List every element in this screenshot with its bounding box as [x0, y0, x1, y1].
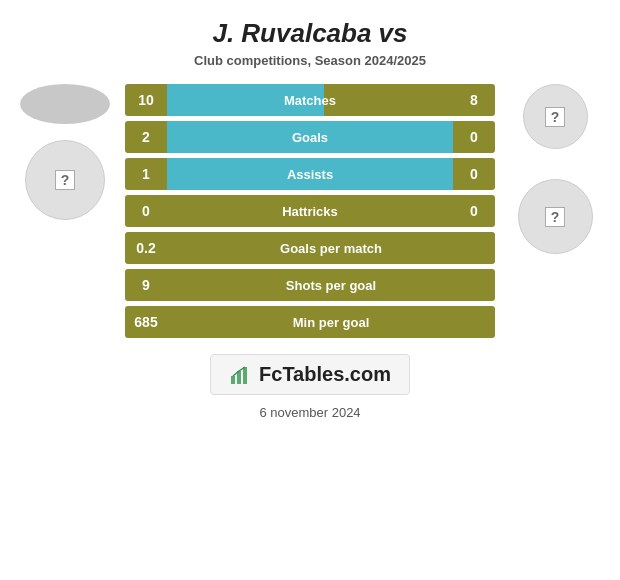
stat-bar-container: Hattricks: [167, 195, 453, 227]
stat-right-value: 8: [453, 84, 495, 116]
right-team-placeholder: ?: [545, 107, 565, 127]
stat-label: Goals: [292, 130, 328, 145]
fctables-logo: FcTables.com: [210, 354, 410, 395]
stat-row-assists: 1Assists0: [125, 158, 495, 190]
stat-label: Assists: [287, 167, 333, 182]
logo-text: FcTables.com: [259, 363, 391, 386]
page-title: J. Ruvalcaba vs: [194, 18, 426, 49]
left-team-logo-wide: [20, 84, 110, 124]
stat-row-goals: 2Goals0: [125, 121, 495, 153]
right-player-avatar: ?: [518, 179, 593, 254]
stat-row-hattricks: 0Hattricks0: [125, 195, 495, 227]
stat-bar-container: Assists: [167, 158, 453, 190]
stat-row-shots-per-goal: 9Shots per goal: [125, 269, 495, 301]
left-avatar-placeholder: ?: [55, 170, 75, 190]
stat-row-min-per-goal: 685Min per goal: [125, 306, 495, 338]
left-avatars: ?: [10, 84, 120, 220]
stat-right-value: 0: [453, 121, 495, 153]
page: J. Ruvalcaba vs Club competitions, Seaso…: [0, 0, 620, 580]
stat-bar-container: Matches: [167, 84, 453, 116]
svg-rect-2: [243, 367, 247, 384]
left-player-avatar: ?: [25, 140, 105, 220]
page-subtitle: Club competitions, Season 2024/2025: [194, 53, 426, 68]
right-avatars: ? ?: [500, 84, 610, 254]
stat-left-value: 9: [125, 269, 167, 301]
stat-left-value: 685: [125, 306, 167, 338]
logo-area: FcTables.com: [210, 354, 410, 395]
right-avatar-placeholder: ?: [545, 207, 565, 227]
stat-left-value: 0: [125, 195, 167, 227]
stat-row-goals-per-match: 0.2Goals per match: [125, 232, 495, 264]
stat-right-value: 0: [453, 195, 495, 227]
stat-left-value: 1: [125, 158, 167, 190]
stat-label: Matches: [284, 93, 336, 108]
stat-left-value: 2: [125, 121, 167, 153]
stat-right-value: 0: [453, 158, 495, 190]
stat-left-value: 0.2: [125, 232, 167, 264]
stat-bar-container: Goals: [167, 121, 453, 153]
svg-rect-0: [231, 376, 235, 384]
stat-label: Hattricks: [282, 204, 338, 219]
main-content: ? 10Matches82Goals01Assists00Hattricks00…: [0, 74, 620, 338]
stat-bar-container: Goals per match: [167, 232, 495, 264]
stat-bar-container: Min per goal: [167, 306, 495, 338]
right-team-logo: ?: [523, 84, 588, 149]
stat-row-matches: 10Matches8: [125, 84, 495, 116]
footer-date: 6 november 2024: [259, 405, 360, 420]
stat-label: Shots per goal: [286, 278, 376, 293]
stat-left-value: 10: [125, 84, 167, 116]
stat-label: Min per goal: [293, 315, 370, 330]
stat-label: Goals per match: [280, 241, 382, 256]
stat-bar-container: Shots per goal: [167, 269, 495, 301]
stats-area: 10Matches82Goals01Assists00Hattricks00.2…: [120, 84, 500, 338]
header: J. Ruvalcaba vs Club competitions, Seaso…: [194, 0, 426, 74]
logo-chart-icon: [229, 364, 251, 386]
